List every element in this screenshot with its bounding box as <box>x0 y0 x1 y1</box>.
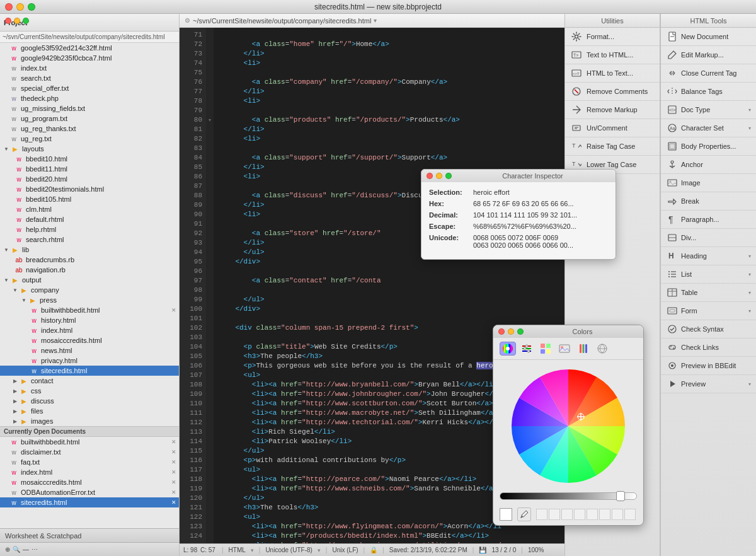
status-syntax[interactable]: HTML <box>229 547 246 553</box>
swatch-cell[interactable] <box>574 509 585 520</box>
status-icon-3[interactable]: — <box>23 546 29 553</box>
close-button[interactable] <box>5 3 13 11</box>
tree-item-breadcrumbs[interactable]: ab breadcrumbs.rb <box>0 255 179 265</box>
status-icon-4[interactable]: ⋯ <box>32 546 38 553</box>
tree-item-ug-reg[interactable]: w ug_reg.txt <box>0 134 179 144</box>
color-wheel-container[interactable] <box>493 360 643 492</box>
util-raise-tag[interactable]: T Raise Tag Case <box>565 137 660 156</box>
tool-paragraph[interactable]: ¶ Paragraph... <box>661 211 756 229</box>
open-doc-builtwith[interactable]: w builtwithbbedit.html ✕ <box>0 437 179 447</box>
tree-item-company[interactable]: ▼ ▶ company <box>0 285 179 295</box>
tool-div[interactable]: Div... <box>661 229 756 247</box>
tool-new-document[interactable]: New Document <box>661 28 756 46</box>
tree-item-bbedit105[interactable]: w bbedit105.html <box>0 194 179 204</box>
tool-char-set[interactable]: Aa Character Set ▾ <box>661 119 756 137</box>
ci-close-btn[interactable] <box>427 173 433 179</box>
util-html-to-text[interactable]: <>T HTML to Text... <box>565 64 660 83</box>
color-wheel[interactable] <box>508 366 628 486</box>
util-format[interactable]: Format... <box>565 28 660 46</box>
tree-item-images[interactable]: ▶ ▶ images <box>0 416 179 426</box>
util-uncomment[interactable]: Un/Comment <box>565 119 660 137</box>
open-doc-index[interactable]: w index.html ✕ <box>0 467 179 477</box>
status-zoom[interactable]: 100% <box>528 547 544 553</box>
tool-edit-markup[interactable]: Edit Markup... <box>661 46 756 64</box>
swatch-cell[interactable] <box>624 509 636 520</box>
swatch-cell[interactable] <box>587 509 598 520</box>
tree-item-builtwith[interactable]: w builtwithbbedit.html ✕ <box>0 305 179 315</box>
tool-image[interactable]: Image <box>661 174 756 192</box>
close-doc-icon[interactable]: ✕ <box>171 459 176 465</box>
tool-table[interactable]: Table ▾ <box>661 284 756 302</box>
tree-item-ug-missing[interactable]: w ug_missing_fields.txt <box>0 103 179 113</box>
tree-item-css[interactable]: ▶ ▶ css <box>0 386 179 396</box>
tool-doc-type[interactable]: <!> Doc Type ▾ <box>661 101 756 119</box>
util-remove-markup[interactable]: Remove Markup <box>565 101 660 119</box>
tree-item-search-rhtml[interactable]: w search.rhtml <box>0 235 179 245</box>
tree-item-google2[interactable]: w google9429b235f0cbca7.html <box>0 53 179 63</box>
open-doc-odbauto[interactable]: w ODBAutomationError.txt ✕ <box>0 487 179 497</box>
close-doc-icon[interactable]: ✕ <box>171 499 176 506</box>
colors-min-btn[interactable] <box>508 328 514 335</box>
color-image-mode-btn[interactable] <box>556 342 573 356</box>
color-wheel-mode-btn[interactable] <box>500 342 516 356</box>
tool-check-links[interactable]: Check Links <box>661 339 756 357</box>
close-doc-icon[interactable]: ✕ <box>171 469 176 475</box>
status-encoding[interactable]: Unicode (UTF-8) <box>265 547 312 553</box>
maximize-button[interactable] <box>28 3 35 11</box>
util-remove-comments[interactable]: Remove Comments <box>565 83 660 101</box>
path-chevron-icon[interactable]: ▾ <box>374 17 377 24</box>
open-doc-sitecredits[interactable]: w sitecredits.html ✕ <box>0 497 179 507</box>
status-icon-2[interactable]: 🔍 <box>13 546 20 553</box>
tree-item-default[interactable]: w default.rhtml <box>0 214 179 224</box>
tree-item-navigation[interactable]: ab navigation.rb <box>0 265 179 275</box>
tool-preview[interactable]: Preview ▾ <box>661 375 756 393</box>
tree-item-contact[interactable]: ▶ ▶ contact <box>0 376 179 386</box>
tree-item-news[interactable]: w news.html <box>0 345 179 356</box>
tool-break[interactable]: Break <box>661 192 756 211</box>
color-sliders-mode-btn[interactable] <box>518 342 535 356</box>
colors-close-btn[interactable] <box>498 328 505 335</box>
tool-close-tag[interactable]: Close Current Tag <box>661 64 756 83</box>
tree-item-ug-program[interactable]: w ug_program.txt <box>0 113 179 124</box>
tree-item-mosaicccredits[interactable]: w mosaicccredits.html <box>0 335 179 345</box>
minimize-button[interactable] <box>16 3 24 11</box>
gear-icon[interactable]: ⚙ <box>185 17 190 24</box>
util-text-to-html[interactable]: T> Text to HTML... <box>565 46 660 64</box>
tree-item-ug-reg-thanks[interactable]: w ug_reg_thanks.txt <box>0 124 179 134</box>
brightness-slider[interactable] <box>500 492 637 500</box>
tree-item-index-html[interactable]: w index.html <box>0 325 179 335</box>
swatch-white[interactable] <box>500 508 512 521</box>
tool-form[interactable]: Form ▾ <box>661 302 756 320</box>
tree-item-bbedit20t[interactable]: w bbedit20testimonials.html <box>0 184 179 194</box>
close-doc-icon[interactable]: ✕ <box>171 449 176 455</box>
color-web-mode-btn[interactable] <box>594 342 610 356</box>
open-doc-faq[interactable]: w faq.txt ✕ <box>0 457 179 467</box>
colors-max-btn[interactable] <box>517 328 524 335</box>
swatch-cell[interactable] <box>549 509 560 520</box>
tree-item-press[interactable]: ▼ ▶ press <box>0 295 179 305</box>
swatch-cell[interactable] <box>599 509 610 520</box>
tree-item-search-txt[interactable]: w search.txt <box>0 73 179 83</box>
tree-item-sitecredits[interactable]: w sitecredits.html <box>0 366 179 376</box>
color-crayon-mode-btn[interactable] <box>575 342 592 356</box>
color-palette-mode-btn[interactable] <box>537 342 554 356</box>
close-file-icon[interactable]: ✕ <box>171 307 176 313</box>
tool-preview-bbedit[interactable]: Preview in BBEdit <box>661 357 756 375</box>
tool-anchor[interactable]: Anchor <box>661 156 756 174</box>
tree-item-special-offer[interactable]: w special_offer.txt <box>0 83 179 93</box>
ci-min-btn[interactable] <box>436 173 442 179</box>
status-icon-1[interactable]: ⊕ <box>5 546 10 553</box>
tree-item-index-txt[interactable]: w index.txt <box>0 63 179 73</box>
tool-check-syntax[interactable]: Check Syntax <box>661 320 756 339</box>
brightness-thumb[interactable] <box>616 491 625 501</box>
tree-item-clm[interactable]: w clm.html <box>0 204 179 214</box>
tree-item-layouts[interactable]: ▼ ▶ layouts <box>0 144 179 154</box>
swatch-cell[interactable] <box>561 509 573 520</box>
swatch-cell[interactable] <box>536 509 547 520</box>
tree-item-help[interactable]: w help.rhtml <box>0 224 179 235</box>
eyedropper-btn[interactable] <box>517 507 531 521</box>
close-doc-icon[interactable]: ✕ <box>171 439 176 445</box>
tree-item-privacy[interactable]: w privacy.html <box>0 356 179 366</box>
sidebar-scroll[interactable]: w google53f592ed214c32ff.html w google94… <box>0 43 179 528</box>
tree-item-thedeck[interactable]: w thedeck.php <box>0 93 179 103</box>
